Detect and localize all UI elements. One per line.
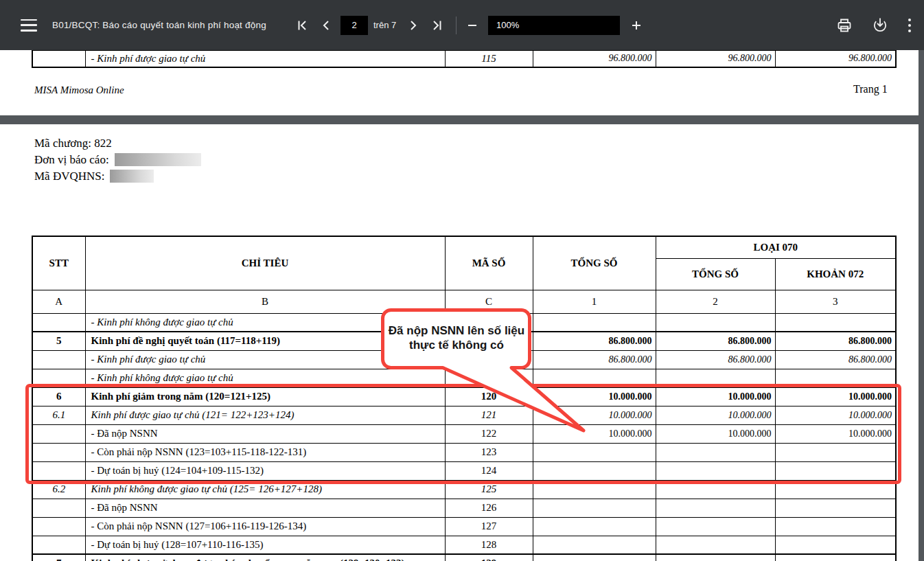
index-1: 1 [533, 290, 656, 313]
table-row: - Kinh phí được giao tự chủ11886.800.000… [32, 350, 896, 369]
download-icon [872, 17, 888, 33]
menu-icon [21, 19, 37, 21]
report-table-page1-fragment: - Kinh phí được giao tự chủ 115 96.800.0… [32, 50, 897, 68]
cell-ma-so: 127 [445, 517, 533, 536]
ma-dvqhns-line: Mã ĐVQHNS: [34, 168, 201, 185]
cell-chi-tieu: - Dự toán bị huỷ (124=104+109-115-132) [85, 461, 445, 480]
cell-ma-so: 128 [445, 536, 533, 554]
zoom-out-button[interactable] [465, 19, 479, 32]
pdf-page-2: Mã chương: 822 Đơn vị báo cáo: Mã ĐVQHNS… [0, 124, 919, 561]
cell-tong-so: 86.800.000 [533, 350, 656, 369]
header-chi-tieu: CHỈ TIÊU [85, 236, 445, 290]
print-button[interactable] [835, 16, 854, 34]
cell-stt [32, 536, 85, 554]
cell-ma-so: 122 [445, 424, 533, 443]
cell-loai070-tong-so [656, 517, 775, 536]
cell-stt [32, 424, 85, 443]
table-row: 5Kinh phí đề nghị quyết toán (117=118+11… [32, 332, 896, 350]
ma-chuong-line: Mã chương: 822 [34, 135, 201, 152]
next-page-button[interactable] [408, 19, 419, 32]
cell-stt [32, 51, 85, 67]
index-2: 2 [656, 290, 775, 313]
table-row: 6.2Kinh phí không được giao tự chủ (125=… [32, 480, 896, 499]
cell-loai070-tong-so: 86.800.000 [656, 332, 775, 350]
cell-ma-so: 118 [445, 350, 533, 369]
cell-loai070-tong-so [656, 480, 775, 499]
pdf-viewer-toolbar: B01/BCQT: Báo cáo quyết toán kinh phí ho… [0, 0, 924, 50]
table-row: 7Kinh phí chưa sử dụng được phép chuyển … [32, 554, 896, 561]
table-row: - Đã nộp NSNN126 [32, 499, 896, 517]
redacted-unit-name [115, 153, 201, 166]
cell-chi-tieu: - Kinh phí được giao tự chủ [85, 51, 445, 67]
last-page-button[interactable] [430, 19, 444, 32]
cell-loai070-tong-so [656, 499, 775, 517]
cell-tong-so [533, 536, 656, 554]
header-loai-070: LOẠI 070 [656, 236, 896, 258]
cell-chi-tieu: - Đã nộp NSNN [85, 499, 445, 517]
cell-khoan072 [775, 369, 896, 387]
table-row: - Kinh phí không được giao tự chủ119 [32, 369, 896, 387]
cell-stt [32, 461, 85, 480]
download-button[interactable] [870, 16, 890, 34]
cell-chi-tieu: Kinh phí đề nghị quyết toán (117=118+119… [85, 332, 445, 350]
last-page-icon [432, 20, 443, 31]
page-number-input[interactable]: 2 [340, 16, 368, 35]
report-footer-page-number: Trang 1 [853, 83, 888, 95]
cell-ma-so: 115 [445, 51, 533, 67]
cell-ma-so: 117 [445, 332, 533, 350]
cell-stt: 6.2 [32, 480, 85, 499]
cell-tong-so [533, 517, 656, 536]
cell-stt [32, 313, 85, 332]
document-title: B01/BCQT: Báo cáo quyết toán kinh phí ho… [52, 20, 266, 30]
cell-stt [32, 443, 85, 461]
table-row: 6.1Kinh phí được giao tự chủ (121= 122+1… [32, 406, 896, 424]
cell-khoan072: 86.800.000 [775, 332, 896, 350]
index-a: A [32, 290, 85, 313]
header-tong-so: TỔNG SỐ [533, 236, 656, 290]
cell-loai070-tong-so [656, 536, 775, 554]
cell-stt: 6 [32, 387, 85, 406]
cell-tong-so [533, 499, 656, 517]
cell-khoan072: 86.800.000 [775, 350, 896, 369]
don-vi-bao-cao-line: Đơn vị báo cáo: [34, 152, 201, 168]
first-page-button[interactable] [295, 19, 309, 32]
cell-loai070-tong-so [656, 369, 775, 387]
cell-khoan072 [775, 554, 896, 561]
cell-stt [32, 517, 85, 536]
cell-stt: 6.1 [32, 406, 85, 424]
toolbar-actions [835, 0, 913, 50]
more-options-button[interactable] [906, 16, 913, 34]
cell-loai070-tong-so [656, 554, 775, 561]
cell-loai070-tong-so [656, 443, 775, 461]
zoom-in-button[interactable] [630, 19, 643, 32]
redacted-unit-code [110, 170, 154, 183]
cell-chi-tieu: Kinh phí không được giao tự chủ (125= 12… [85, 480, 445, 499]
cell-ma-so: 121 [445, 406, 533, 424]
cell-ma-so: 119 [445, 369, 533, 387]
cell-loai070-tong-so: 10.000.000 [656, 387, 775, 406]
next-page-icon [410, 20, 418, 31]
cell-stt [32, 350, 85, 369]
cell-stt: 5 [32, 332, 85, 350]
cell-chi-tieu: - Kinh phí không được giao tự chủ [85, 369, 445, 387]
previous-page-button[interactable] [320, 19, 331, 32]
cell-tong-so: 10.000.000 [533, 406, 656, 424]
cell-tong-so: 10.000.000 [533, 387, 656, 406]
header-stt: STT [32, 236, 85, 290]
menu-button[interactable] [21, 19, 37, 32]
cell-chi-tieu: Kinh phí chưa sử dụng được phép chuyển s… [85, 554, 445, 561]
page-navigation: 2 trên 7 [295, 0, 444, 50]
cell-loai070-tong-so: 10.000.000 [656, 424, 775, 443]
cell-stt: 7 [32, 554, 85, 561]
cell-khoan072 [775, 517, 896, 536]
cell-loai070-tong-so: 96.800.000 [656, 51, 775, 67]
cell-chi-tieu: - Đã nộp NSNN [85, 424, 445, 443]
cell-tong-so: 10.000.000 [533, 424, 656, 443]
cell-stt [32, 369, 85, 387]
first-page-icon [297, 20, 308, 31]
zoom-input[interactable]: 100% [488, 16, 620, 35]
table-row: - Còn phải nộp NSNN (123=103+115-118-122… [32, 443, 896, 461]
cell-chi-tieu: - Dự toán bị huỷ (128=107+110-116-135) [85, 536, 445, 554]
cell-tong-so [533, 313, 656, 332]
table-row: - Đã nộp NSNN12210.000.00010.000.00010.0… [32, 424, 896, 443]
